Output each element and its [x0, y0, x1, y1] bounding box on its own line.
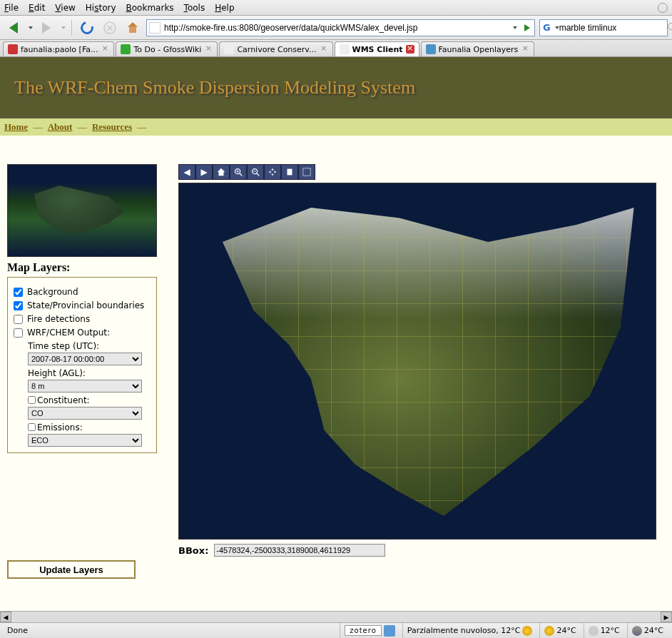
svg-line-6: [257, 173, 260, 176]
bbox-row: BBox:: [178, 544, 665, 557]
url-bar[interactable]: [146, 19, 535, 36]
timestep-label: Time step (UTC):: [28, 341, 151, 351]
svg-rect-9: [303, 168, 311, 176]
tab-close-icon[interactable]: ×: [320, 45, 328, 54]
boundaries-checkbox[interactable]: [14, 301, 23, 310]
emissions-checkbox[interactable]: [28, 423, 36, 431]
page-content: The WRF-Chem Smoke Dispersion Modeling S…: [0, 57, 672, 611]
temp-label: 24°C: [644, 626, 663, 635]
boundaries-label: State/Provincial boundaries: [27, 300, 144, 310]
zotero-widget[interactable]: zotero: [340, 623, 399, 638]
svg-rect-8: [287, 169, 292, 176]
tab-close-icon[interactable]: ×: [204, 45, 213, 54]
tab-todo[interactable]: To Do - GfossWiki ×: [116, 41, 218, 56]
forecast-1[interactable]: 24°C: [539, 623, 580, 638]
map-prev-button[interactable]: ◀: [178, 164, 195, 180]
search-bar[interactable]: G: [539, 19, 668, 36]
menu-view[interactable]: View: [55, 3, 75, 13]
nav-about[interactable]: About: [48, 121, 73, 132]
menubar: File Edit View History Bookmarks Tools H…: [0, 0, 672, 16]
timestep-select[interactable]: 2007-08-17 00:00:00: [28, 353, 142, 365]
layers-panel: Background State/Provincial boundaries F…: [7, 277, 157, 453]
tab-openlayers[interactable]: Faunalia Openlayers ×: [421, 41, 535, 56]
map-toolbar: ◀ ▶: [178, 164, 665, 180]
map-next-button[interactable]: ▶: [195, 164, 213, 180]
search-input[interactable]: [559, 23, 666, 33]
tab-favicon-icon: [121, 44, 131, 54]
back-button[interactable]: [4, 19, 23, 37]
tab-carnivore[interactable]: Carnivore Conserv... ×: [219, 41, 332, 56]
home-button[interactable]: [123, 19, 142, 37]
menu-tools[interactable]: Tools: [184, 3, 205, 13]
tab-label: Carnivore Conserv...: [237, 45, 316, 54]
map-pan-button[interactable]: [264, 164, 281, 180]
menu-bookmarks[interactable]: Bookmarks: [126, 3, 174, 13]
scroll-track[interactable]: [11, 612, 661, 622]
throbber-icon: [658, 3, 668, 13]
search-engine-icon[interactable]: G: [543, 22, 551, 33]
layers-heading: Map Layers:: [7, 261, 157, 274]
menu-help[interactable]: Help: [215, 3, 234, 13]
page-nav: Home — About — Resources —: [0, 118, 672, 136]
constituent-checkbox[interactable]: [28, 396, 36, 404]
nav-resources[interactable]: Resources: [92, 121, 132, 132]
url-dropdown-icon[interactable]: [513, 26, 517, 29]
background-checkbox[interactable]: [14, 288, 23, 297]
scroll-right-icon[interactable]: ▶: [661, 612, 672, 622]
tab-close-icon[interactable]: ×: [101, 45, 109, 54]
nav-sep: —: [137, 121, 146, 132]
tab-label: Faunalia Openlayers: [439, 45, 519, 54]
weather-widget[interactable]: Parzialmente nuvoloso, 12°C: [402, 623, 537, 638]
svg-marker-0: [218, 168, 225, 176]
weather-text: Parzialmente nuvoloso, 12°C: [407, 626, 521, 635]
sun-icon: [544, 626, 554, 636]
wrf-checkbox[interactable]: [14, 328, 23, 338]
nav-home[interactable]: Home: [4, 121, 28, 132]
forward-dropdown-icon: [61, 26, 66, 29]
main-map[interactable]: [178, 183, 656, 540]
go-button[interactable]: [520, 24, 534, 31]
constituent-select[interactable]: CO: [28, 407, 142, 420]
update-layers-button[interactable]: Update Layers: [7, 560, 136, 579]
sun-icon: [522, 626, 532, 636]
map-zoom-out-button[interactable]: [247, 164, 264, 180]
map-home-button[interactable]: [213, 164, 230, 180]
rain-icon: [632, 626, 642, 636]
tab-label: faunalia:paolo [Fa...: [21, 45, 98, 54]
tab-close-icon[interactable]: ×: [521, 45, 529, 54]
menu-edit[interactable]: Edit: [29, 3, 45, 13]
fire-label: Fire detections: [27, 314, 90, 324]
fire-checkbox[interactable]: [14, 315, 23, 324]
forecast-3[interactable]: 24°C: [627, 623, 668, 638]
back-dropdown-icon[interactable]: [29, 26, 33, 29]
tab-favicon-icon: [8, 44, 18, 54]
tab-favicon-icon: [224, 44, 234, 54]
temp-label: 24°C: [556, 626, 576, 635]
map-info-button[interactable]: [281, 164, 298, 180]
menu-file[interactable]: File: [4, 3, 19, 13]
url-input[interactable]: [163, 23, 511, 33]
nav-sep: —: [78, 121, 87, 132]
forecast-2[interactable]: 12°C: [584, 623, 624, 638]
map-zoom-in-button[interactable]: [230, 164, 247, 180]
menu-history[interactable]: History: [86, 3, 116, 13]
tab-label: WMS Client: [352, 45, 403, 54]
scroll-left-icon[interactable]: ◀: [0, 612, 11, 622]
bbox-input[interactable]: [214, 544, 385, 557]
overview-map[interactable]: [7, 164, 157, 257]
horizontal-scrollbar[interactable]: ◀ ▶: [0, 611, 672, 622]
zotero-label: zotero: [345, 625, 381, 636]
tab-faunalia[interactable]: faunalia:paolo [Fa... ×: [3, 41, 114, 56]
forward-button: [37, 19, 56, 37]
map-fullextent-button[interactable]: [298, 164, 315, 180]
reload-button[interactable]: [78, 19, 96, 37]
emissions-select[interactable]: ECO: [28, 434, 142, 447]
main-area: Map Layers: Background State/Provincial …: [0, 136, 672, 586]
tab-close-icon[interactable]: ×: [406, 45, 414, 54]
nav-sep: —: [33, 121, 42, 132]
bbox-label: BBox:: [178, 545, 208, 556]
tab-wms-client[interactable]: WMS Client ×: [335, 41, 419, 56]
height-select[interactable]: 8 m: [28, 380, 142, 393]
page-title: The WRF-Chem Smoke Dispersion Modeling S…: [14, 77, 658, 98]
tab-favicon-icon: [340, 44, 350, 54]
